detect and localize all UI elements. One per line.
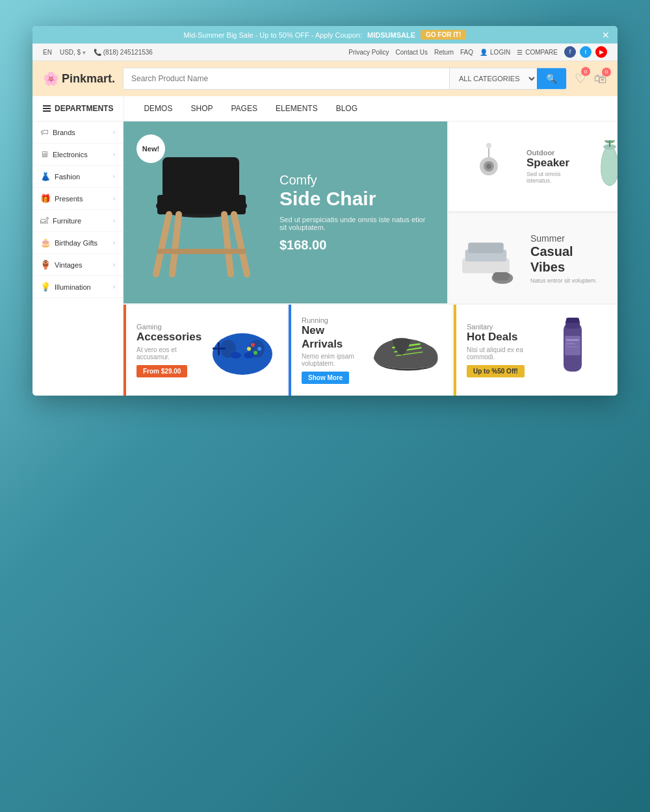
nav-pages[interactable]: PAGES (222, 96, 266, 121)
svg-rect-18 (468, 242, 504, 253)
running-text: Running New Arrivals Nemo enim ipsam vol… (302, 316, 365, 384)
gaming-desc: At vero eos et accusamur. (136, 346, 202, 361)
wishlist-icon[interactable]: ♡ 0 (575, 71, 586, 86)
go-for-it-button[interactable]: GO FOR IT! (421, 30, 466, 40)
electronics-icon: 🖥 (40, 149, 49, 159)
presents-arrow-icon: › (113, 195, 115, 202)
hamburger-icon (43, 105, 51, 112)
svg-point-27 (257, 347, 261, 351)
hero-banner[interactable]: New! (124, 121, 447, 303)
summer-image (456, 223, 521, 294)
running-shoe-image (370, 314, 442, 386)
nav-blog[interactable]: BLOG (327, 96, 367, 121)
utility-right: Privacy Policy Contact Us Return FAQ 👤 L… (348, 46, 607, 58)
svg-point-29 (247, 347, 251, 351)
ceramic-vase-image (577, 131, 618, 202)
gaming-category: Gaming (136, 323, 202, 331)
currency-selector[interactable]: USD, $ ▾ (60, 49, 86, 56)
sidebar: 🏷Brands › 🖥Electronics › 👗Fashion › 🎁Pre… (32, 121, 124, 396)
furniture-arrow-icon: › (113, 217, 115, 224)
running-cta-button[interactable]: Show More (302, 372, 349, 384)
presents-icon: 🎁 (40, 194, 51, 203)
sidebar-brands-label: Brands (53, 129, 75, 136)
promo-card-sanitary[interactable]: Sanitary Hot Deals Nisi ut aliquid ex ea… (454, 305, 618, 396)
login-button[interactable]: 👤 LOGIN (480, 49, 510, 56)
search-bar: ALL CATEGORIES 🔍 (123, 68, 567, 90)
sanitary-text: Sanitary Hot Deals Nisi ut aliquid ex ea… (467, 323, 530, 377)
sidebar-furniture-label: Furniture (53, 217, 81, 225)
gaming-cta-button[interactable]: From $29.00 (136, 365, 187, 377)
close-announcement-icon[interactable]: ✕ (602, 30, 610, 40)
language-selector[interactable]: EN (43, 49, 52, 56)
contact-us-link[interactable]: Contact Us (396, 49, 428, 56)
hero-badge: New! (136, 134, 165, 163)
sidebar-presents-label: Presents (55, 195, 83, 203)
controller-svg (209, 316, 277, 385)
birthday-icon: 🎂 (40, 238, 51, 247)
sidebar-item-fashion[interactable]: 👗Fashion › (32, 166, 123, 188)
fashion-icon: 👗 (40, 171, 51, 181)
header-icons: ♡ 0 🛍 0 (575, 71, 607, 86)
side-card-summer[interactable]: Summer CasualVibes Natus entror sit volu… (448, 213, 618, 303)
fashion-arrow-icon: › (113, 173, 115, 180)
svg-rect-20 (493, 272, 509, 280)
social-icons: f t ▶ (564, 46, 607, 58)
sanitary-product-image (536, 314, 607, 386)
nav-links: DEMOS SHOP PAGES ELEMENTS BLOG (124, 96, 377, 121)
youtube-icon[interactable]: ▶ (595, 46, 607, 58)
running-desc: Nemo enim ipsam voluptatem. (302, 353, 365, 367)
svg-point-30 (231, 352, 241, 359)
speaker-text: OutdoorSpeaker Sed ut omnis istenatus. (526, 149, 569, 184)
sidebar-electronics-label: Electronics (53, 151, 88, 159)
sidebar-item-brands[interactable]: 🏷Brands › (32, 121, 123, 144)
return-link[interactable]: Return (434, 49, 454, 56)
svg-point-10 (486, 164, 491, 169)
privacy-policy-link[interactable]: Privacy Policy (348, 49, 389, 56)
category-select[interactable]: ALL CATEGORIES (449, 68, 537, 89)
electronics-arrow-icon: › (113, 151, 115, 158)
faq-link[interactable]: FAQ (460, 49, 473, 56)
browser-window: Mid-Summer Big Sale - Up to 50% OFF - Ap… (32, 26, 618, 396)
nav-bar: DEPARTMENTS DEMOS SHOP PAGES ELEMENTS BL… (32, 96, 618, 121)
sidebar-item-electronics[interactable]: 🖥Electronics › (32, 144, 123, 166)
gaming-controller-image (207, 314, 278, 386)
side-card-speaker[interactable]: OutdoorSpeaker Sed ut omnis istenatus. (448, 121, 618, 212)
wishlist-count: 0 (581, 67, 590, 76)
logo-text: Pinkmart. (62, 72, 115, 86)
sanitary-cta-button[interactable]: Up to %50 Off! (467, 365, 525, 377)
speaker-image (456, 131, 521, 202)
promo-card-running[interactable]: Running New Arrivals Nemo enim ipsam vol… (289, 305, 452, 396)
search-input[interactable] (124, 68, 449, 89)
svg-line-4 (234, 214, 247, 274)
speaker-desc: Sed ut omnis istenatus. (526, 171, 569, 184)
header: 🌸 Pinkmart. ALL CATEGORIES 🔍 ♡ 0 🛍 0 (32, 61, 618, 96)
speaker-category: OutdoorSpeaker (526, 149, 569, 170)
hero-title: Side Chair (280, 188, 434, 209)
sidebar-item-vintages[interactable]: 🏺Vintages › (32, 254, 123, 276)
promo-card-gaming[interactable]: Gaming Accessories At vero eos et accusa… (124, 305, 287, 396)
phone-number: 📞 (818) 245121536 (94, 49, 153, 56)
illumination-arrow-icon: › (113, 283, 115, 290)
search-button[interactable]: 🔍 (537, 68, 566, 89)
illumination-icon: 💡 (40, 282, 51, 292)
nav-shop[interactable]: SHOP (181, 96, 222, 121)
nav-elements[interactable]: ELEMENTS (266, 96, 327, 121)
facebook-icon[interactable]: f (564, 46, 576, 58)
announcement-text: Mid-Summer Big Sale - Up to 50% OFF - Ap… (184, 31, 363, 39)
sidebar-item-illumination[interactable]: 💡Illumination › (32, 276, 123, 298)
shoe-svg (370, 316, 442, 385)
twitter-icon[interactable]: t (580, 46, 592, 58)
summer-text: Summer CasualVibes Natus entror sit volu… (526, 233, 610, 284)
coupon-code: MIDSUMSALE (367, 31, 415, 39)
gaming-name: Accessories (136, 331, 202, 344)
cart-icon[interactable]: 🛍 0 (594, 71, 607, 86)
compare-button[interactable]: ☰ COMPARE (517, 49, 558, 56)
departments-button[interactable]: DEPARTMENTS (32, 96, 124, 121)
hero-area: New! (124, 121, 618, 396)
sidebar-item-birthday-gifts[interactable]: 🎂Birthday Gifts › (32, 232, 123, 254)
nav-demos[interactable]: DEMOS (135, 96, 181, 121)
vintages-icon: 🏺 (40, 260, 51, 270)
sidebar-item-furniture[interactable]: 🛋Furniture › (32, 210, 123, 232)
sidebar-item-presents[interactable]: 🎁Presents › (32, 188, 123, 210)
logo[interactable]: 🌸 Pinkmart. (43, 71, 115, 86)
